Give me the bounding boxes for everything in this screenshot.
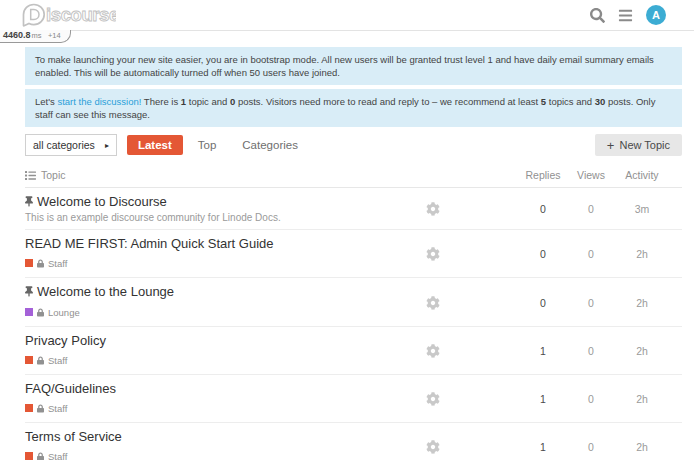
lock-icon [37, 447, 44, 460]
category-filter-dropdown[interactable]: all categories ▸ [25, 134, 117, 156]
category-badge[interactable]: Staff [25, 254, 426, 272]
list-icon [25, 170, 36, 181]
column-header-topic[interactable]: Topic [25, 169, 426, 181]
banner-text: To make launching your new site easier, … [35, 54, 654, 78]
category-name: Staff [48, 403, 67, 414]
views-count: 0 [568, 297, 614, 309]
topic-list: Topic Replies Views Activity Welcome to … [25, 163, 682, 460]
table-row: Welcome to Discourse This is an example … [25, 188, 682, 230]
category-badge[interactable]: Staff [25, 399, 426, 417]
activity-time[interactable]: 2h [616, 441, 668, 453]
category-badge[interactable]: Staff [25, 447, 426, 460]
category-badge[interactable]: Staff [25, 351, 426, 369]
search-icon[interactable] [590, 8, 605, 23]
views-count: 0 [568, 345, 614, 357]
topic-link[interactable]: Privacy Policy [25, 333, 426, 348]
lock-icon [37, 303, 44, 321]
topic-title: Privacy Policy [25, 333, 106, 348]
replies-count: 0 [520, 203, 566, 215]
topic-link[interactable]: Welcome to the Lounge [25, 284, 426, 300]
discourse-logo[interactable]: iscourse [22, 3, 116, 27]
topic-admin-gear-icon[interactable] [426, 392, 460, 406]
tab-latest[interactable]: Latest [127, 135, 183, 155]
hamburger-menu-icon[interactable] [618, 8, 633, 23]
start-discussion-link[interactable]: start the discussion! [57, 96, 141, 107]
views-count: 0 [568, 248, 614, 260]
category-color-swatch [25, 259, 33, 267]
pin-icon [25, 285, 33, 300]
table-row: Terms of Service Staff 1 0 2h [25, 423, 682, 460]
column-header-activity[interactable]: Activity [616, 169, 668, 181]
category-name: Staff [48, 355, 67, 366]
banner-text: There is [141, 96, 180, 107]
tab-top[interactable]: Top [187, 135, 228, 155]
topic-link[interactable]: Terms of Service [25, 429, 426, 444]
table-row: Privacy Policy Staff 1 0 2h [25, 327, 682, 375]
table-row: FAQ/Guidelines Staff 1 0 2h [25, 375, 682, 423]
main-content: To make launching your new site easier, … [25, 47, 682, 460]
topic-rows: Welcome to Discourse This is an example … [25, 188, 682, 460]
activity-time[interactable]: 3m [616, 203, 668, 215]
caret-right-icon: ▸ [105, 141, 109, 150]
discourse-logo-icon: iscourse [22, 3, 116, 27]
replies-count: 1 [520, 345, 566, 357]
profiler-time: 4460.8 [3, 30, 31, 40]
topic-link[interactable]: FAQ/Guidelines [25, 381, 426, 396]
category-name: Lounge [48, 307, 80, 318]
header-icons: A [590, 5, 666, 25]
banner-text: topic and [186, 96, 230, 107]
views-count: 0 [568, 203, 614, 215]
column-header-replies[interactable]: Replies [520, 169, 566, 181]
activity-time[interactable]: 2h [616, 297, 668, 309]
topic-header-label: Topic [41, 169, 66, 181]
table-row: READ ME FIRST: Admin Quick Start Guide S… [25, 230, 682, 278]
table-row: Welcome to the Lounge Lounge 0 0 2h [25, 278, 682, 327]
lock-icon [37, 351, 44, 369]
topic-admin-gear-icon[interactable] [426, 440, 460, 454]
activity-time[interactable]: 2h [616, 393, 668, 405]
topic-excerpt: This is an example discourse community f… [25, 212, 426, 224]
topic-cell: Welcome to Discourse This is an example … [25, 194, 426, 224]
bootstrap-mode-banner: To make launching your new site easier, … [25, 47, 682, 85]
topic-admin-gear-icon[interactable] [426, 296, 460, 310]
topic-link[interactable]: READ ME FIRST: Admin Quick Start Guide [25, 236, 426, 251]
category-color-swatch [25, 404, 33, 412]
activity-time[interactable]: 2h [616, 345, 668, 357]
user-avatar[interactable]: A [646, 5, 666, 25]
category-filter-label: all categories [33, 139, 95, 151]
site-header: iscourse A [0, 0, 694, 31]
category-color-swatch [25, 452, 33, 460]
replies-count: 1 [520, 441, 566, 453]
topic-cell: FAQ/Guidelines Staff [25, 381, 426, 417]
tab-categories[interactable]: Categories [231, 135, 309, 155]
topic-link[interactable]: Welcome to Discourse [25, 194, 426, 210]
category-badge[interactable]: Lounge [25, 303, 426, 321]
topic-list-header: Topic Replies Views Activity [25, 163, 682, 188]
banner-text: posts. Visitors need more to read and re… [235, 96, 541, 107]
new-topic-button[interactable]: + New Topic [595, 134, 682, 156]
topic-cell: READ ME FIRST: Admin Quick Start Guide S… [25, 236, 426, 272]
profiler-unit: ms [32, 31, 42, 40]
topic-admin-gear-icon[interactable] [426, 344, 460, 358]
views-count: 0 [568, 393, 614, 405]
list-controls: all categories ▸ LatestTopCategories + N… [25, 134, 682, 156]
lock-icon [37, 254, 44, 272]
views-count: 0 [568, 441, 614, 453]
activity-time[interactable]: 2h [616, 248, 668, 260]
logo-text: iscourse [46, 4, 116, 25]
lock-icon [37, 399, 44, 417]
start-discussion-banner: Let's start the discussion! There is 1 t… [25, 89, 682, 127]
topic-cell: Privacy Policy Staff [25, 333, 426, 369]
column-header-views[interactable]: Views [568, 169, 614, 181]
topic-title: Welcome to the Lounge [37, 284, 174, 299]
topic-admin-gear-icon[interactable] [426, 247, 460, 261]
replies-count: 1 [520, 393, 566, 405]
topic-title: FAQ/Guidelines [25, 381, 116, 396]
topic-cell: Terms of Service Staff [25, 429, 426, 460]
topic-title: READ ME FIRST: Admin Quick Start Guide [25, 236, 274, 251]
latest-top-categories-tabs: LatestTopCategories [127, 135, 309, 155]
miniprofiler-badge[interactable]: 4460.8ms +14 [0, 30, 71, 43]
pin-icon [25, 195, 33, 210]
topic-admin-gear-icon[interactable] [426, 202, 460, 216]
plus-icon: + [607, 139, 615, 152]
